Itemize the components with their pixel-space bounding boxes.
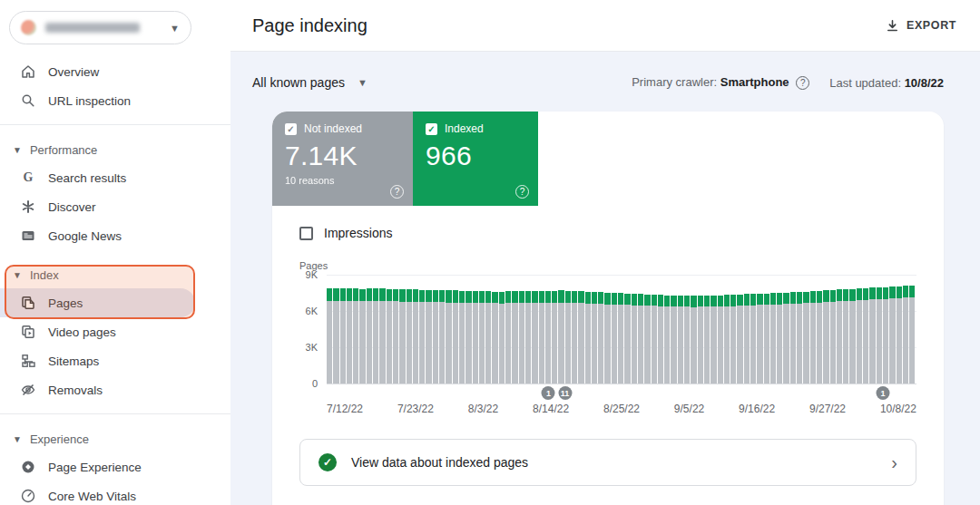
chart-bar[interactable] [466,275,472,384]
export-button[interactable]: EXPORT [886,19,956,33]
annotation-badge[interactable]: 1 [542,386,555,400]
chart-bar[interactable] [499,275,505,384]
chart-bar[interactable] [519,275,525,384]
view-indexed-data-banner[interactable]: ✓ View data about indexed pages › [299,439,916,486]
sidebar-item-overview[interactable]: Overview [0,57,230,86]
chart-bar[interactable] [604,275,611,384]
chart-bar[interactable] [797,275,803,384]
chart-bar[interactable] [710,275,717,384]
chart-bar[interactable] [578,275,584,384]
chart-bar[interactable] [830,275,837,384]
checkbox-unchecked-icon[interactable] [299,227,313,240]
chart-bar[interactable] [473,275,479,384]
chart-bar[interactable] [869,275,876,384]
chart-bar[interactable] [525,275,532,384]
chart-bar[interactable] [757,275,763,384]
chart-bar[interactable] [439,275,446,384]
chart-bar[interactable] [632,275,638,384]
chart-bar[interactable] [863,275,869,384]
chart-bar[interactable] [407,275,413,384]
chart-bar[interactable] [426,275,432,384]
impressions-toggle[interactable]: Impressions [299,226,916,240]
chart-bar[interactable] [333,275,339,384]
chart-bar[interactable] [598,275,604,384]
sidebar-section-index[interactable]: ▼ Index [0,261,230,288]
sidebar-item-video-pages[interactable]: Video pages [0,317,230,346]
chart-bar[interactable] [777,275,783,384]
chart-bar[interactable] [446,275,452,384]
chart-bar[interactable] [671,275,677,384]
chart-bar[interactable] [750,275,757,384]
chart-bar[interactable] [340,275,347,384]
chart-bar[interactable] [678,275,684,384]
chart-bar[interactable] [379,275,386,384]
checkbox-checked-icon[interactable]: ✓ [285,123,297,135]
sidebar-section-experience[interactable]: ▼ Experience [0,425,230,452]
chart-bar[interactable] [684,275,691,384]
chart-bar[interactable] [485,275,492,384]
chart-bar[interactable] [857,275,863,384]
property-selector[interactable]: ▼ [9,11,191,44]
page-type-filter[interactable]: All known pages ▼ [252,75,368,90]
chart-bar[interactable] [387,275,393,384]
chart-bar[interactable] [718,275,724,384]
sidebar-item-url-inspection[interactable]: URL inspection [0,86,230,115]
not-indexed-chip[interactable]: ✓ Not indexed 7.14K 10 reasons ? [272,112,413,206]
chart-bar[interactable] [399,275,406,384]
chart-bar[interactable] [505,275,512,384]
chart-bar[interactable] [353,275,359,384]
chart-bar[interactable] [803,275,809,384]
chart-bar[interactable] [585,275,592,384]
annotation-badge[interactable]: 1 [876,386,889,400]
chart-bar[interactable] [883,275,889,384]
chart-bar[interactable] [652,275,658,384]
chart-bar[interactable] [877,275,883,384]
chart-bar[interactable] [367,275,373,384]
chart-bar[interactable] [327,275,333,384]
help-icon[interactable]: ? [515,185,529,199]
chart-bar[interactable] [790,275,797,384]
chart-bar[interactable] [552,275,558,384]
chart-bar[interactable] [453,275,459,384]
chart-bar[interactable] [512,275,518,384]
help-icon[interactable]: ? [390,185,404,199]
sidebar-item-search-results[interactable]: G Search results [0,163,230,192]
chart-bar[interactable] [843,275,849,384]
chart-bar[interactable] [724,275,730,384]
chart-bar[interactable] [764,275,770,384]
chart-bar[interactable] [433,275,439,384]
chart-bar[interactable] [393,275,399,384]
sidebar-item-pages[interactable]: Pages [0,288,195,317]
chart-bar[interactable] [373,275,379,384]
chart-bar[interactable] [644,275,651,384]
chart-bar[interactable] [612,275,618,384]
chart-bar[interactable] [624,275,631,384]
chart-bar[interactable] [704,275,710,384]
help-icon[interactable]: ? [796,76,809,90]
chart-bar[interactable] [810,275,817,384]
chart-bar[interactable] [479,275,485,384]
chart-bar[interactable] [592,275,598,384]
chart-bar[interactable] [770,275,777,384]
chart-bar[interactable] [638,275,644,384]
chart-bar[interactable] [618,275,624,384]
sidebar-item-core-web-vitals[interactable]: Core Web Vitals [0,481,230,505]
sidebar-item-removals[interactable]: Removals [0,375,230,404]
sidebar-section-performance[interactable]: ▼ Performance [0,136,230,163]
chart-bar[interactable] [347,275,353,384]
chart-bar[interactable] [419,275,426,384]
chart-bar[interactable] [459,275,466,384]
chart-bar[interactable] [572,275,578,384]
chart-bar[interactable] [817,275,823,384]
chart-bar[interactable] [539,275,545,384]
chart-bar[interactable] [849,275,856,384]
chart-bar[interactable] [359,275,366,384]
chart-bar[interactable] [492,275,498,384]
chart-bar[interactable] [897,275,903,384]
chart-bar[interactable] [744,275,750,384]
checkbox-checked-icon[interactable]: ✓ [426,123,437,135]
indexed-chip[interactable]: ✓ Indexed 966 ? [413,112,538,206]
chart-bar[interactable] [823,275,829,384]
annotation-badge[interactable]: 11 [558,386,572,400]
sidebar-item-google-news[interactable]: Google News [0,221,230,250]
